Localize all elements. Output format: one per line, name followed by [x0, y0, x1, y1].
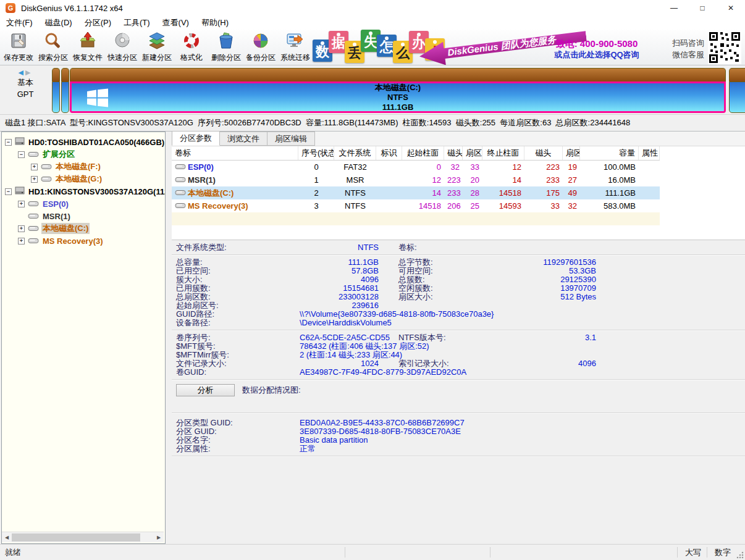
detail-value: 4096	[482, 359, 596, 368]
window-controls: — □ ✕	[660, 0, 745, 16]
next-disk-icon[interactable]: ▶	[25, 69, 32, 76]
tree-item[interactable]: +本地磁盘(F:)	[2, 161, 165, 173]
tree-item-label: 本地磁盘(F:)	[54, 161, 102, 172]
detail-value: 29125390	[482, 275, 596, 284]
tree-item[interactable]: −HD0:TOSHIBADT01ACA050(466GB)	[2, 136, 165, 148]
menu-item-disk[interactable]: 磁盘(D)	[39, 16, 78, 30]
resize-grip[interactable]	[736, 551, 744, 559]
table-row[interactable]: 本地磁盘(C:)2NTFS14233281451817549111.1GB	[172, 186, 660, 199]
save-icon	[9, 31, 28, 52]
tree-hscrollbar[interactable]: ◀ ▶	[2, 532, 164, 542]
menu-item-file[interactable]: 文件(F)	[0, 16, 39, 30]
prev-disk-icon[interactable]: ◀	[19, 69, 25, 76]
detail-value: 1024	[295, 359, 379, 368]
backup-partition-icon	[251, 31, 270, 52]
cell-sc: 14	[402, 186, 444, 199]
collapse-icon[interactable]: −	[5, 139, 12, 146]
partition-bar-recovery[interactable]	[729, 68, 745, 113]
toolbar-button-delete-partition[interactable]: 删除分区	[209, 30, 243, 64]
tree-item[interactable]: +MS Recovery(3)	[2, 235, 165, 247]
analyze-button[interactable]: 分析	[176, 384, 235, 396]
tab-sector-edit[interactable]: 扇区编辑	[267, 132, 315, 146]
partition-bar-msr[interactable]	[61, 68, 69, 113]
toolbar-button-backup-partition[interactable]: 备份分区	[243, 30, 278, 64]
scroll-thumb[interactable]	[12, 533, 140, 541]
expand-icon[interactable]: +	[18, 201, 25, 207]
detail-row: GUID路径:\\?\Volume{3e807339-d685-4818-80f…	[172, 310, 745, 319]
column-header-eh[interactable]: 磁头	[524, 146, 563, 160]
partition-name: 本地磁盘(C:)	[375, 83, 421, 93]
cell-ss: 28	[463, 186, 482, 199]
column-header-fs[interactable]: 文件系统	[334, 146, 376, 160]
tree-item[interactable]: +本地磁盘(C:)	[2, 222, 165, 235]
toolbar-button-label: 系统迁移	[280, 52, 310, 63]
cell-status: 1	[298, 173, 334, 186]
collapse-icon[interactable]: −	[5, 188, 12, 195]
toolbar-button-save-changes[interactable]: 保存更改	[1, 30, 36, 64]
disk-type-label: 基本	[0, 77, 51, 88]
expand-icon[interactable]: +	[18, 225, 25, 232]
toolbar-button-format[interactable]: 格式化	[174, 30, 209, 64]
column-header-ec[interactable]: 终止柱面	[482, 146, 524, 160]
statusbar: 就绪 大写 数字	[0, 544, 745, 560]
column-header-status[interactable]: 序号(状态)	[298, 146, 334, 160]
tree-item[interactable]: +ESP(0)	[2, 198, 165, 210]
cell-es: 27	[563, 173, 580, 186]
scroll-left-icon[interactable]: ◀	[2, 535, 12, 540]
detail-value: 4096	[295, 275, 379, 284]
ad-banner[interactable]: 数据丢失怎么办! DiskGenius 团队为您服务 致电: 400-900-5…	[313, 30, 670, 65]
cell-es: 49	[563, 186, 580, 199]
tab-partition-params[interactable]: 分区参数	[172, 131, 220, 146]
new-partition-icon	[148, 31, 166, 52]
table-row[interactable]: MS Recovery(3)3NTFS145182062514593333258…	[172, 199, 660, 212]
qr-code[interactable]	[708, 31, 741, 64]
tree-item[interactable]: MSR(1)	[2, 210, 165, 222]
partition-icon	[175, 161, 186, 173]
pin-dot-icon	[385, 36, 389, 40]
expand-icon[interactable]: +	[31, 164, 38, 170]
detail-label: 索引记录大小:	[398, 359, 449, 368]
detail-label: 卷标:	[398, 243, 417, 252]
partition-bar-esp[interactable]	[52, 68, 60, 113]
maximize-button[interactable]: □	[688, 0, 717, 16]
disk-scheme-label: GPT	[0, 88, 51, 100]
titlebar: G DiskGenius V6.1.1.1742 x64 — □ ✕	[0, 0, 745, 16]
menu-item-partition[interactable]: 分区(P)	[78, 16, 117, 30]
menu-item-view[interactable]: 查看(V)	[156, 16, 195, 30]
cell-cap: 111.1GB	[580, 186, 639, 199]
column-header-ss[interactable]: 扇区	[463, 146, 482, 160]
minimize-button[interactable]: —	[660, 0, 688, 16]
toolbar-button-search-partition[interactable]: 搜索分区	[36, 30, 70, 64]
toolbar-button-system-migration[interactable]: 系统迁移	[278, 30, 313, 64]
toolbar-button-recover-files[interactable]: 恢复文件	[70, 30, 105, 64]
tree-item[interactable]: −扩展分区	[2, 148, 165, 161]
table-row[interactable]: ESP(0)0FAT32032331222319100.0MB	[172, 161, 660, 173]
column-header-sh[interactable]: 磁头	[444, 146, 463, 160]
ad-phone: 致电: 400-900-5080	[525, 38, 668, 49]
toolbar-button-quick-partition[interactable]: 快速分区	[105, 30, 140, 64]
column-header-sc[interactable]: 起始柱面	[402, 146, 444, 160]
collapse-icon[interactable]: −	[18, 151, 25, 158]
ad-qq-link[interactable]: 或点击此处选择QQ咨询	[525, 49, 668, 60]
table-row[interactable]: MSR(1)1MSR1222320142332716.0MB	[172, 173, 660, 186]
tab-browse-files[interactable]: 浏览文件	[220, 132, 267, 146]
column-header-es[interactable]: 扇区	[563, 146, 580, 160]
detail-row: 分区属性:正常	[172, 445, 745, 453]
menu-item-tools[interactable]: 工具(T)	[117, 16, 156, 30]
expand-icon[interactable]: +	[31, 176, 38, 183]
detail-value: 786432 (柱面:406 磁头:137 扇区:52)	[300, 342, 429, 351]
column-header-id[interactable]: 标识	[376, 146, 402, 160]
expand-icon[interactable]: +	[18, 238, 25, 244]
tree-item[interactable]: +本地磁盘(G:)	[2, 173, 165, 185]
qr-caption-line2: 微信客服	[672, 49, 704, 61]
menu-item-help[interactable]: 帮助(H)	[195, 16, 235, 30]
tree-item[interactable]: −HD1:KINGSTONSV300S37A120G(112GB)	[2, 185, 165, 198]
scroll-right-icon[interactable]: ▶	[154, 535, 164, 540]
column-header-name[interactable]: 卷标	[172, 146, 298, 160]
column-header-cap[interactable]: 容量	[580, 146, 639, 160]
cell-ec: 14	[482, 173, 524, 186]
column-header-attr[interactable]: 属性	[639, 146, 660, 160]
partition-bar-c[interactable]: 本地磁盘(C:) NTFS 111.1GB	[70, 68, 726, 113]
close-button[interactable]: ✕	[717, 0, 745, 16]
toolbar-button-new-partition[interactable]: 新建分区	[140, 30, 174, 64]
